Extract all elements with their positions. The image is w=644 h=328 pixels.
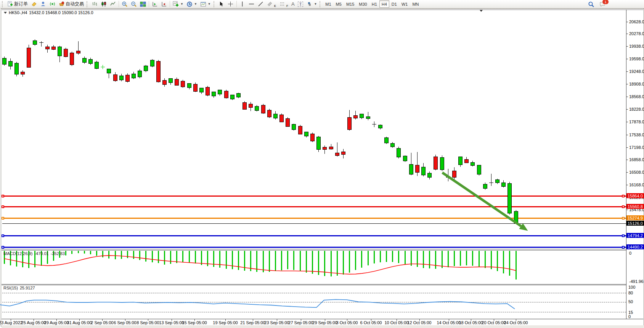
line-handle[interactable]: [2, 234, 4, 237]
rsi-level-line: [2, 302, 626, 302]
line-handle[interactable]: [2, 217, 4, 220]
price-tick-label: 18568.0: [629, 94, 644, 99]
price-tick-label: 19598.0: [629, 57, 644, 61]
templates-button[interactable]: ▼: [199, 0, 212, 8]
text-label-button[interactable]: T: [296, 0, 305, 8]
timeframe-m15-button[interactable]: M15: [344, 0, 357, 8]
candle-body: [8, 61, 13, 66]
line-handle[interactable]: [622, 234, 625, 237]
horizontal-line-object[interactable]: [2, 206, 626, 207]
macd-histogram-bar: [78, 251, 79, 253]
line-handle[interactable]: [2, 195, 4, 197]
candle-body: [255, 106, 259, 111]
timeframe-h4-button[interactable]: H4: [379, 0, 389, 8]
price-tick: [626, 172, 628, 173]
text-button[interactable]: A: [290, 0, 296, 8]
timeframe-mn-button[interactable]: MN: [410, 0, 421, 8]
line-handle[interactable]: [622, 246, 625, 249]
chart-shift-icon: [152, 1, 158, 7]
candle-body: [82, 58, 87, 63]
fibonacci-button[interactable]: F: [278, 0, 290, 8]
zoom-out-icon: [131, 1, 137, 7]
timeframe-w1-button[interactable]: W1: [399, 0, 410, 8]
line-handle[interactable]: [2, 246, 4, 249]
autotrade-button[interactable]: 自动交易: [57, 0, 85, 8]
pane-separator[interactable]: [2, 249, 626, 249]
arrows-button[interactable]: ▼: [305, 0, 318, 8]
horizontal-line-object[interactable]: [2, 196, 626, 197]
candlestick-type-button[interactable]: [99, 0, 108, 8]
horizontal-line-object[interactable]: [2, 223, 626, 224]
zoom-in-button[interactable]: [120, 0, 129, 8]
candle-body: [514, 211, 518, 223]
periods-button[interactable]: ▼: [185, 0, 199, 8]
horizontal-line-button[interactable]: [247, 0, 256, 8]
bar-chart-type-button[interactable]: [90, 0, 99, 8]
line-handle[interactable]: [622, 217, 625, 220]
line-handle[interactable]: [622, 195, 625, 197]
line-handle[interactable]: [622, 205, 625, 208]
price-tick-label: 16508.0: [629, 170, 644, 175]
macd-histogram-bar: [133, 251, 134, 259]
macd-histogram-bar: [71, 251, 72, 254]
trendline-button[interactable]: [256, 0, 265, 8]
tile-windows-button[interactable]: [138, 0, 148, 8]
timeframe-m30-button[interactable]: M30: [357, 0, 369, 8]
search-icon: [588, 2, 594, 8]
horizontal-line-object[interactable]: [2, 235, 626, 236]
horizontal-line-object[interactable]: [2, 218, 626, 219]
search-button[interactable]: [586, 0, 596, 8]
toolbar-grip[interactable]: [320, 1, 322, 7]
vertical-line-button[interactable]: [238, 0, 247, 8]
pane-separator[interactable]: [2, 250, 626, 250]
macd-histogram-bar: [429, 251, 430, 268]
candle-body: [446, 176, 450, 178]
macd-histogram-bar: [509, 251, 510, 276]
candle-body: [132, 74, 136, 78]
price-alert-button[interactable]: [29, 0, 39, 8]
candle-body: [298, 126, 302, 134]
market-watch-button[interactable]: [39, 0, 48, 8]
auto-scroll-button[interactable]: [159, 0, 169, 8]
chevron-down-icon: ▼: [314, 2, 317, 6]
indicators-button[interactable]: ▼: [171, 0, 185, 8]
macd-histogram-bar: [256, 251, 257, 272]
timeframe-m1-button[interactable]: M1: [323, 0, 333, 8]
signals-button[interactable]: [48, 0, 57, 8]
new-order-button[interactable]: 新订单: [5, 0, 29, 8]
line-handle[interactable]: [2, 205, 4, 208]
pane-separator[interactable]: [2, 285, 626, 285]
macd-histogram-bar: [275, 251, 276, 271]
timeframe-m5-button[interactable]: M5: [334, 0, 344, 8]
zoom-out-button[interactable]: [129, 0, 138, 8]
symbol-dropdown-icon[interactable]: [4, 12, 7, 14]
chart-shift-button[interactable]: [150, 0, 159, 8]
timeframe-d1-button[interactable]: D1: [389, 0, 399, 8]
autotrade-icon: [58, 1, 64, 7]
candle-body: [440, 157, 444, 170]
horizontal-line-object[interactable]: [2, 247, 626, 248]
rsi-scale-label: 100: [628, 285, 635, 289]
chevron-down-icon: ▼: [208, 2, 211, 6]
text-icon: A: [291, 1, 295, 7]
channel-button[interactable]: E: [265, 0, 278, 8]
cursor-button[interactable]: [217, 0, 226, 8]
price-tick: [626, 147, 628, 148]
candle-body: [421, 167, 426, 175]
toolbar-grip[interactable]: [2, 1, 4, 7]
candle-body: [193, 84, 198, 92]
cursor-arrow-icon: [218, 1, 225, 7]
pane-separator[interactable]: [2, 284, 626, 284]
time-axis-label: 12 Oct 05:00: [408, 320, 432, 325]
toolbar-grip[interactable]: [87, 1, 89, 7]
chart-shift-marker[interactable]: [480, 10, 483, 12]
line-chart-type-button[interactable]: [108, 0, 117, 8]
macd-histogram-bar: [213, 251, 214, 267]
timeframe-h1-button[interactable]: H1: [369, 0, 379, 8]
notifications-button[interactable]: 1: [598, 0, 607, 8]
crosshair-button[interactable]: [226, 0, 235, 8]
arrow-objects-icon: [306, 1, 312, 7]
macd-histogram-bar: [405, 251, 406, 264]
macd-histogram-bar: [219, 251, 220, 268]
toolbar-grip[interactable]: [214, 1, 216, 7]
